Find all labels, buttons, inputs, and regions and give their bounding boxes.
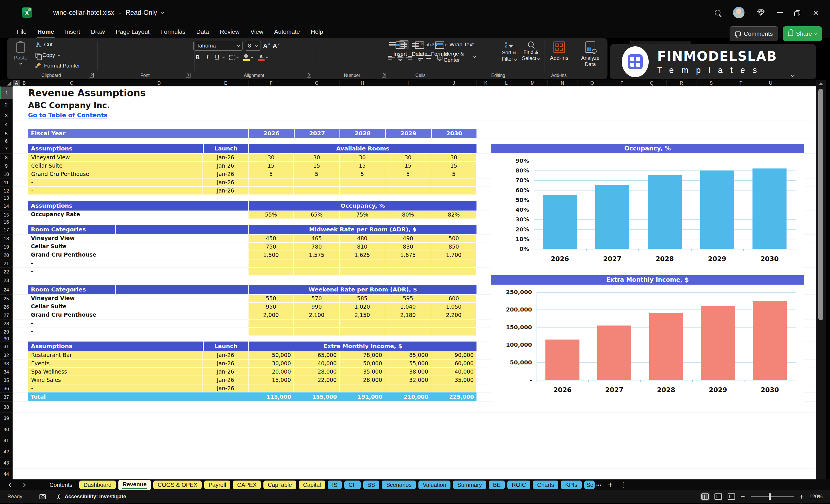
vertical-scrollbar[interactable] [816, 80, 826, 479]
sheet-tab-capital[interactable]: Capital [299, 480, 325, 489]
row-header-7[interactable]: 7 [0, 144, 12, 153]
value-cell[interactable] [248, 267, 294, 276]
value-cell[interactable]: 15 [340, 162, 385, 170]
value-cell[interactable]: 1,040 [385, 303, 431, 311]
value-cell[interactable]: 20,000 [248, 368, 294, 376]
row-header-37[interactable]: 37 [0, 392, 12, 401]
value-cell[interactable] [294, 267, 340, 276]
row-header-30[interactable]: 30 [0, 336, 12, 342]
row-header-8[interactable]: 8 [0, 153, 12, 162]
launch-cell[interactable]: Jan-26 [203, 170, 248, 178]
row-header-41[interactable]: 41 [0, 435, 12, 446]
value-cell[interactable]: 830 [385, 243, 431, 251]
row-header-11[interactable]: 11 [0, 178, 12, 187]
value-cell[interactable]: 82% [431, 211, 477, 219]
row-label[interactable]: - [28, 259, 115, 267]
row-header-14[interactable]: 14 [0, 201, 12, 211]
row-header-3[interactable]: 3 [0, 111, 12, 120]
sheet-tab-is[interactable]: IS [328, 480, 342, 489]
value-cell[interactable]: 2,180 [385, 311, 431, 319]
value-cell[interactable] [431, 319, 477, 327]
column-header-M[interactable]: M [518, 80, 547, 86]
value-cell[interactable] [431, 384, 477, 392]
row-label[interactable]: - [28, 384, 203, 392]
value-cell[interactable]: 15 [248, 162, 294, 170]
value-cell[interactable]: 450 [248, 234, 294, 243]
value-cell[interactable] [248, 259, 294, 267]
new-sheet-button[interactable]: + [608, 480, 613, 489]
accessibility-status[interactable]: Accessibility: Investigate [65, 494, 126, 500]
value-cell[interactable]: 600 [431, 294, 477, 303]
bar-2026[interactable] [543, 195, 577, 249]
value-cell[interactable] [385, 259, 431, 267]
row-header-26[interactable]: 26 [0, 303, 12, 311]
launch-cell[interactable]: Jan-26 [203, 162, 248, 170]
row-header-17[interactable]: 17 [0, 225, 12, 234]
row-header-24[interactable]: 24 [0, 285, 12, 294]
row-header-35[interactable]: 35 [0, 376, 12, 384]
value-cell[interactable]: 1,575 [294, 251, 340, 259]
row-label[interactable]: Vineyard View [28, 294, 115, 303]
row-header-25[interactable]: 25 [0, 294, 12, 303]
column-header-F[interactable]: F [248, 80, 294, 86]
row-label[interactable]: Restaurant Bar [28, 351, 203, 359]
share-button[interactable]: Share [783, 26, 822, 41]
value-cell[interactable] [294, 327, 340, 336]
value-cell[interactable]: 15 [431, 162, 477, 170]
value-cell[interactable]: 28,000 [294, 368, 340, 376]
zoom-slider-thumb[interactable] [769, 494, 771, 500]
value-cell[interactable]: 40,000 [294, 359, 340, 368]
more-sheets-icon[interactable]: ••• [596, 482, 602, 487]
value-cell[interactable]: 1,050 [431, 303, 477, 311]
value-cell[interactable] [340, 267, 385, 276]
bar-2027[interactable] [597, 325, 631, 380]
column-header-D[interactable]: D [115, 80, 203, 86]
bar-2029[interactable] [700, 170, 734, 249]
value-cell[interactable] [340, 319, 385, 327]
zoom-in-button[interactable]: + [799, 492, 804, 501]
value-cell[interactable]: 570 [294, 294, 340, 303]
row-label[interactable]: Grand Cru Penthouse [28, 251, 115, 259]
comments-button[interactable]: Comments [730, 26, 778, 41]
value-cell[interactable]: 50,000 [248, 351, 294, 359]
bar-2030[interactable] [753, 168, 787, 249]
value-cell[interactable] [248, 187, 294, 195]
launch-cell[interactable]: Jan-26 [203, 376, 248, 384]
row-label[interactable]: Wine Sales [28, 376, 203, 384]
row-label[interactable]: Cellar Suite [28, 243, 115, 251]
page-layout-view-icon[interactable] [714, 494, 722, 500]
row-header-32[interactable]: 32 [0, 351, 12, 359]
value-cell[interactable]: 30 [294, 153, 340, 162]
value-cell[interactable] [340, 384, 385, 392]
value-cell[interactable]: 490 [385, 234, 431, 243]
select-all-corner[interactable] [0, 80, 12, 86]
value-cell[interactable]: 500 [431, 234, 477, 243]
value-cell[interactable]: 1,500 [248, 251, 294, 259]
row-header-36[interactable]: 36 [0, 384, 12, 392]
macro-record-icon[interactable] [39, 494, 46, 499]
value-cell[interactable] [385, 327, 431, 336]
value-cell[interactable]: 550 [248, 294, 294, 303]
row-header-27[interactable]: 27 [0, 311, 12, 319]
column-headers[interactable]: ABCDEFGHIJKLMNOPQRSTU [0, 80, 816, 86]
value-cell[interactable]: 35,000 [340, 368, 385, 376]
value-cell[interactable]: 2,150 [340, 311, 385, 319]
value-cell[interactable] [340, 327, 385, 336]
value-cell[interactable]: 5 [248, 170, 294, 178]
bar-2026[interactable] [545, 340, 579, 380]
value-cell[interactable]: 65,000 [294, 351, 340, 359]
row-header-16[interactable]: 16 [0, 219, 12, 225]
value-cell[interactable]: 78,000 [340, 351, 385, 359]
value-cell[interactable] [385, 178, 431, 187]
value-cell[interactable] [294, 259, 340, 267]
row-label[interactable]: Vineyard View [28, 153, 203, 162]
column-header-B[interactable]: B [20, 80, 28, 86]
column-header-T[interactable]: T [726, 80, 756, 86]
sheet-tab-scenarios[interactable]: Scenarios [382, 480, 416, 489]
row-label[interactable]: - [28, 267, 115, 276]
value-cell[interactable] [248, 319, 294, 327]
row-header-10[interactable]: 10 [0, 170, 12, 178]
value-cell[interactable]: 85,000 [385, 351, 431, 359]
column-header-C[interactable]: C [28, 80, 115, 86]
tab-options-icon[interactable]: ⋮ [620, 481, 627, 489]
